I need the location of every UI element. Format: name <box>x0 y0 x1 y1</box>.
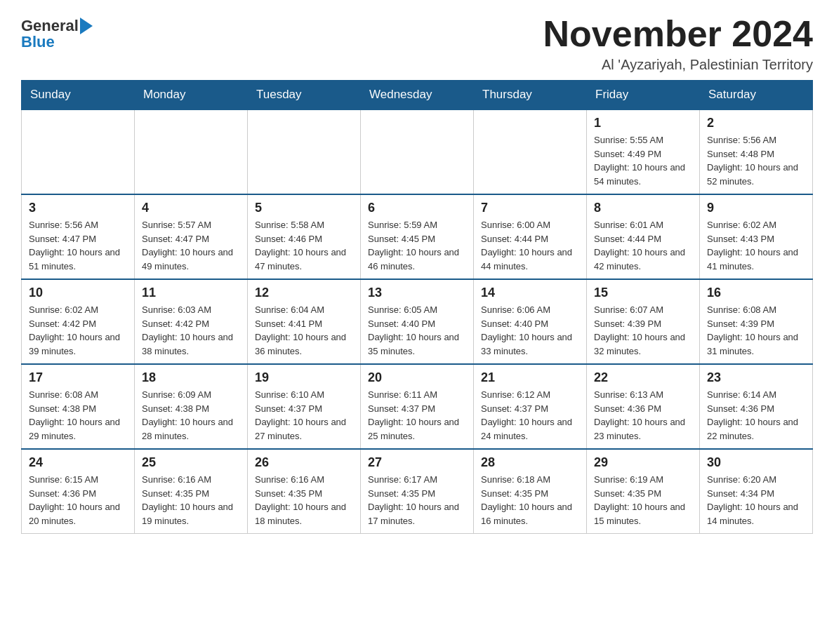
calendar-week-row: 10Sunrise: 6:02 AMSunset: 4:42 PMDayligh… <box>22 279 813 364</box>
day-number: 18 <box>142 370 240 385</box>
calendar-cell: 8Sunrise: 6:01 AMSunset: 4:44 PMDaylight… <box>587 194 700 279</box>
day-info: Sunrise: 5:56 AMSunset: 4:47 PMDaylight:… <box>29 218 127 273</box>
day-number: 30 <box>707 455 805 470</box>
day-info: Sunrise: 6:14 AMSunset: 4:36 PMDaylight:… <box>707 388 805 443</box>
calendar-cell: 20Sunrise: 6:11 AMSunset: 4:37 PMDayligh… <box>361 364 474 449</box>
calendar-cell: 1Sunrise: 5:55 AMSunset: 4:49 PMDaylight… <box>587 109 700 194</box>
day-info: Sunrise: 6:10 AMSunset: 4:37 PMDaylight:… <box>255 388 353 443</box>
calendar-cell <box>361 109 474 194</box>
calendar-day-header: Thursday <box>474 81 587 110</box>
calendar-cell: 13Sunrise: 6:05 AMSunset: 4:40 PMDayligh… <box>361 279 474 364</box>
day-info: Sunrise: 6:15 AMSunset: 4:36 PMDaylight:… <box>29 473 127 528</box>
calendar-cell <box>248 109 361 194</box>
day-info: Sunrise: 6:01 AMSunset: 4:44 PMDaylight:… <box>594 218 692 273</box>
calendar-cell: 12Sunrise: 6:04 AMSunset: 4:41 PMDayligh… <box>248 279 361 364</box>
calendar-day-header: Tuesday <box>248 81 361 110</box>
calendar-cell: 27Sunrise: 6:17 AMSunset: 4:35 PMDayligh… <box>361 449 474 534</box>
calendar-cell: 9Sunrise: 6:02 AMSunset: 4:43 PMDaylight… <box>700 194 813 279</box>
day-number: 9 <box>707 201 805 215</box>
calendar-cell: 2Sunrise: 5:56 AMSunset: 4:48 PMDaylight… <box>700 109 813 194</box>
day-info: Sunrise: 6:09 AMSunset: 4:38 PMDaylight:… <box>142 388 240 443</box>
logo-arrow-icon <box>80 18 93 34</box>
day-number: 13 <box>368 286 466 300</box>
calendar-cell: 18Sunrise: 6:09 AMSunset: 4:38 PMDayligh… <box>135 364 248 449</box>
calendar-cell <box>474 109 587 194</box>
day-info: Sunrise: 5:58 AMSunset: 4:46 PMDaylight:… <box>255 218 353 273</box>
day-info: Sunrise: 6:03 AMSunset: 4:42 PMDaylight:… <box>142 303 240 358</box>
calendar-cell: 4Sunrise: 5:57 AMSunset: 4:47 PMDaylight… <box>135 194 248 279</box>
day-info: Sunrise: 5:56 AMSunset: 4:48 PMDaylight:… <box>707 133 805 188</box>
logo-blue-text: Blue <box>21 34 55 50</box>
day-info: Sunrise: 6:19 AMSunset: 4:35 PMDaylight:… <box>594 473 692 528</box>
calendar-cell: 16Sunrise: 6:08 AMSunset: 4:39 PMDayligh… <box>700 279 813 364</box>
day-number: 10 <box>29 286 127 300</box>
day-number: 20 <box>368 370 466 385</box>
day-info: Sunrise: 5:57 AMSunset: 4:47 PMDaylight:… <box>142 218 240 273</box>
calendar-cell: 25Sunrise: 6:16 AMSunset: 4:35 PMDayligh… <box>135 449 248 534</box>
calendar-cell: 10Sunrise: 6:02 AMSunset: 4:42 PMDayligh… <box>22 279 135 364</box>
calendar-cell: 24Sunrise: 6:15 AMSunset: 4:36 PMDayligh… <box>22 449 135 534</box>
calendar-cell <box>135 109 248 194</box>
calendar-table: SundayMondayTuesdayWednesdayThursdayFrid… <box>21 80 813 534</box>
day-info: Sunrise: 6:08 AMSunset: 4:38 PMDaylight:… <box>29 388 127 443</box>
day-number: 12 <box>255 286 353 300</box>
day-info: Sunrise: 6:16 AMSunset: 4:35 PMDaylight:… <box>142 473 240 528</box>
calendar-cell: 6Sunrise: 5:59 AMSunset: 4:45 PMDaylight… <box>361 194 474 279</box>
day-info: Sunrise: 6:08 AMSunset: 4:39 PMDaylight:… <box>707 303 805 358</box>
calendar-cell <box>22 109 135 194</box>
day-number: 1 <box>594 116 692 130</box>
page-subtitle: Al 'Ayzariyah, Palestinian Territory <box>543 57 813 73</box>
calendar-cell: 11Sunrise: 6:03 AMSunset: 4:42 PMDayligh… <box>135 279 248 364</box>
calendar-day-header: Saturday <box>700 81 813 110</box>
day-info: Sunrise: 6:00 AMSunset: 4:44 PMDaylight:… <box>481 218 579 273</box>
day-number: 16 <box>707 286 805 300</box>
day-info: Sunrise: 6:18 AMSunset: 4:35 PMDaylight:… <box>481 473 579 528</box>
calendar-day-header: Sunday <box>22 81 135 110</box>
calendar-body: 1Sunrise: 5:55 AMSunset: 4:49 PMDaylight… <box>22 109 813 534</box>
title-block: November 2024 Al 'Ayzariyah, Palestinian… <box>543 14 813 73</box>
day-number: 11 <box>142 286 240 300</box>
calendar-cell: 7Sunrise: 6:00 AMSunset: 4:44 PMDaylight… <box>474 194 587 279</box>
calendar-cell: 17Sunrise: 6:08 AMSunset: 4:38 PMDayligh… <box>22 364 135 449</box>
day-info: Sunrise: 6:05 AMSunset: 4:40 PMDaylight:… <box>368 303 466 358</box>
day-number: 21 <box>481 370 579 385</box>
day-number: 28 <box>481 455 579 470</box>
logo: General Blue <box>21 14 93 50</box>
calendar-cell: 29Sunrise: 6:19 AMSunset: 4:35 PMDayligh… <box>587 449 700 534</box>
day-number: 3 <box>29 201 127 215</box>
day-number: 7 <box>481 201 579 215</box>
day-number: 8 <box>594 201 692 215</box>
calendar-header-row: SundayMondayTuesdayWednesdayThursdayFrid… <box>22 81 813 110</box>
calendar-week-row: 17Sunrise: 6:08 AMSunset: 4:38 PMDayligh… <box>22 364 813 449</box>
calendar-cell: 15Sunrise: 6:07 AMSunset: 4:39 PMDayligh… <box>587 279 700 364</box>
calendar-cell: 30Sunrise: 6:20 AMSunset: 4:34 PMDayligh… <box>700 449 813 534</box>
day-number: 27 <box>368 455 466 470</box>
day-number: 14 <box>481 286 579 300</box>
day-info: Sunrise: 5:59 AMSunset: 4:45 PMDaylight:… <box>368 218 466 273</box>
day-info: Sunrise: 6:07 AMSunset: 4:39 PMDaylight:… <box>594 303 692 358</box>
day-info: Sunrise: 6:04 AMSunset: 4:41 PMDaylight:… <box>255 303 353 358</box>
calendar-day-header: Friday <box>587 81 700 110</box>
day-number: 15 <box>594 286 692 300</box>
day-number: 6 <box>368 201 466 215</box>
calendar-day-header: Wednesday <box>361 81 474 110</box>
day-number: 17 <box>29 370 127 385</box>
day-number: 2 <box>707 116 805 130</box>
day-number: 5 <box>255 201 353 215</box>
day-number: 29 <box>594 455 692 470</box>
calendar-cell: 5Sunrise: 5:58 AMSunset: 4:46 PMDaylight… <box>248 194 361 279</box>
calendar-cell: 28Sunrise: 6:18 AMSunset: 4:35 PMDayligh… <box>474 449 587 534</box>
day-number: 24 <box>29 455 127 470</box>
day-info: Sunrise: 6:17 AMSunset: 4:35 PMDaylight:… <box>368 473 466 528</box>
calendar-week-row: 1Sunrise: 5:55 AMSunset: 4:49 PMDaylight… <box>22 109 813 194</box>
day-info: Sunrise: 6:06 AMSunset: 4:40 PMDaylight:… <box>481 303 579 358</box>
day-info: Sunrise: 6:16 AMSunset: 4:35 PMDaylight:… <box>255 473 353 528</box>
day-info: Sunrise: 6:02 AMSunset: 4:43 PMDaylight:… <box>707 218 805 273</box>
day-number: 25 <box>142 455 240 470</box>
calendar-cell: 22Sunrise: 6:13 AMSunset: 4:36 PMDayligh… <box>587 364 700 449</box>
logo-general-text: General <box>21 18 79 34</box>
day-number: 22 <box>594 370 692 385</box>
day-info: Sunrise: 6:13 AMSunset: 4:36 PMDaylight:… <box>594 388 692 443</box>
calendar-day-header: Monday <box>135 81 248 110</box>
page-title: November 2024 <box>543 14 813 54</box>
